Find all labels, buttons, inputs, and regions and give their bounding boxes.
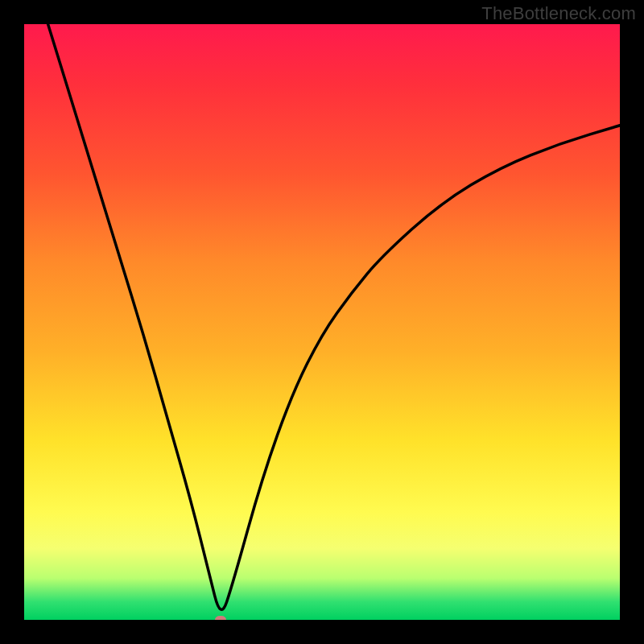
bottleneck-curve [24,24,620,620]
chart-frame: TheBottleneck.com [0,0,644,644]
optimal-point-marker [215,616,226,620]
plot-area [24,24,620,620]
watermark-text: TheBottleneck.com [481,3,636,24]
